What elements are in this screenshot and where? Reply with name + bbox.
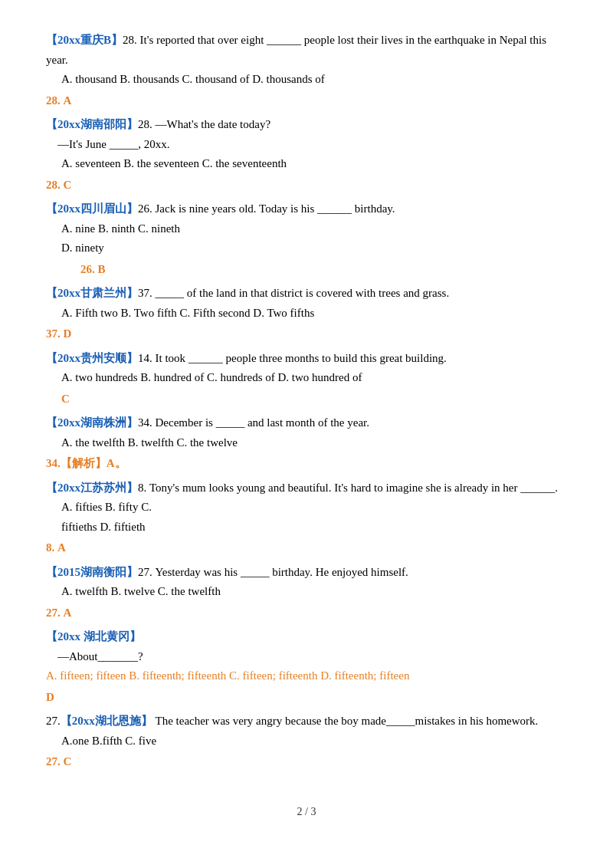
q2-text2: —It's June _____, 20xx.: [46, 135, 567, 155]
q6-answer-label: 34.: [46, 457, 61, 469]
q4-tag: 【20xx甘肃兰州】: [46, 287, 138, 299]
q6-answer-line: 34.【解析】A。: [46, 454, 567, 474]
q1-options: A. thousand B. thousands C. thousand of …: [61, 70, 567, 90]
q3-options2: D. ninety: [61, 238, 567, 258]
q10-number-prefix: 27.: [46, 715, 61, 727]
q9-options-orange: A. fifteen; fifteen B. fifteenth; fiftee…: [46, 666, 567, 686]
q10-answer-label: 27.: [46, 755, 61, 768]
q2-number: 28.: [138, 118, 152, 130]
q4-text: _____ of the land in that district is co…: [152, 287, 449, 299]
q3-text: Jack is nine years old. Today is his ___…: [152, 202, 395, 215]
q10-tag: 【20xx湖北恩施】: [61, 715, 152, 727]
q1-answer: A: [64, 94, 72, 107]
q3-number: 26.: [138, 202, 152, 215]
q2-answer-line: 28. C: [46, 176, 567, 196]
q4-answer-label: 37.: [46, 327, 61, 340]
q8-options: A. twelfth B. twelve C. the twelfth: [61, 582, 567, 602]
q3-tag: 【20xx四川眉山】: [46, 202, 138, 215]
q5-tag: 【20xx贵州安顺】: [46, 352, 138, 364]
q9-answer-line: D: [46, 688, 567, 708]
q5-answer-line: C: [61, 390, 567, 409]
q10-answer: C: [64, 755, 72, 768]
question-10: 27.【20xx湖北恩施】 The teacher was very angry…: [46, 712, 567, 772]
q10-text: The teacher was very angry because the b…: [152, 715, 539, 727]
q9-tag: 【20xx 湖北黄冈】: [46, 630, 141, 643]
question-1: 【20xx重庆B】28. It's reported that over eig…: [46, 31, 567, 110]
q7-answer-label: 8.: [46, 541, 54, 554]
q3-options1: A. nine B. ninth C. nineth: [61, 219, 567, 239]
question-7: 【20xx江苏苏州】8. Tony's mum looks young and …: [46, 478, 567, 558]
q8-answer-line: 27. A: [46, 603, 567, 623]
q4-options: A. Fifth two B. Two fifth C. Fifth secon…: [61, 304, 567, 324]
q10-answer-line: 27. C: [46, 752, 567, 772]
q4-answer-line: 37. D: [46, 324, 567, 344]
question-6: 【20xx湖南株洲】34. December is _____ and last…: [46, 413, 567, 474]
question-8: 【2015湖南衡阳】27. Yesterday was his _____ bi…: [46, 563, 567, 623]
q2-options: A. seventeen B. the seventeen C. the sev…: [61, 154, 567, 174]
q10-options: A.one B.fifth C. five: [61, 732, 567, 751]
question-4: 【20xx甘肃兰州】37. _____ of the land in that …: [46, 284, 567, 344]
q7-answer-line: 8. A: [46, 538, 567, 558]
question-5: 【20xx贵州安顺】14. It took ______ people thre…: [46, 349, 567, 409]
q7-tag: 【20xx江苏苏州】: [46, 482, 138, 494]
q5-number: 14.: [138, 352, 152, 364]
q4-number: 37.: [138, 287, 152, 299]
q7-number: 8.: [138, 482, 146, 494]
q1-number: 28.: [123, 34, 137, 46]
question-9: 【20xx 湖北黄冈】 —About_______? A. fifteen; f…: [46, 627, 567, 707]
page-number: 2 / 3: [297, 806, 316, 817]
q7-options1: A. fifties B. fifty C.: [61, 498, 567, 518]
q3-answer-label: 26.: [80, 263, 95, 275]
q7-answer: A: [57, 541, 66, 554]
question-2: 【20xx湖南邵阳】28. —What's the date today? —I…: [46, 115, 567, 195]
q1-answer-label: 28.: [46, 94, 61, 107]
q1-tag: 【20xx重庆B】: [46, 34, 123, 46]
q6-answer-prefix: 【解析】A。: [61, 457, 126, 469]
q3-answer: B: [98, 263, 106, 275]
q6-number: 34.: [138, 416, 152, 429]
question-3: 【20xx四川眉山】26. Jack is nine years old. To…: [46, 199, 567, 279]
q5-options: A. two hundreds B. hundred of C. hundred…: [61, 368, 567, 388]
q2-answer: C: [64, 179, 72, 191]
q8-number: 27.: [138, 566, 152, 578]
q8-answer-label: 27.: [46, 607, 61, 619]
q2-text: —What's the date today?: [152, 118, 270, 130]
q9-text1: —About_______?: [46, 647, 567, 667]
q6-tag: 【20xx湖南株洲】: [46, 416, 138, 429]
q7-options2: fiftieths D. fiftieth: [61, 518, 567, 538]
q6-options: A. the twelfth B. twelfth C. the twelve: [61, 433, 567, 453]
q8-text: Yesterday was his _____ birthday. He enj…: [152, 566, 408, 578]
q4-answer: D: [64, 327, 72, 340]
q5-text: It took ______ people three months to bu…: [152, 352, 447, 364]
q7-text: Tony's mum looks young and beautiful. It…: [146, 482, 558, 494]
q6-text: December is _____ and last month of the …: [152, 416, 369, 429]
q2-answer-label: 28.: [46, 179, 61, 191]
q9-answer: D: [46, 691, 54, 703]
q8-tag: 【2015湖南衡阳】: [46, 566, 138, 578]
q2-tag: 【20xx湖南邵阳】: [46, 118, 138, 130]
q1-answer-line: 28. A: [46, 91, 567, 111]
q8-answer: A: [64, 607, 72, 619]
q5-answer: C: [61, 393, 70, 405]
page-footer: 2 / 3: [46, 803, 567, 821]
